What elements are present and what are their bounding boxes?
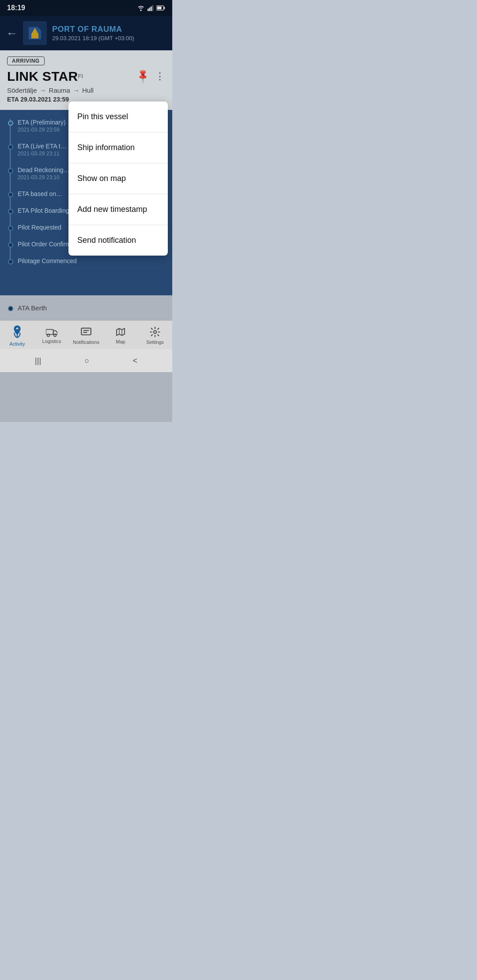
menu-item-add-timestamp[interactable]: Add new timestamp xyxy=(68,194,168,225)
context-menu: Pin this vessel Ship information Show on… xyxy=(68,102,168,256)
menu-item-send-notification[interactable]: Send notification xyxy=(68,225,168,256)
menu-item-show-map[interactable]: Show on map xyxy=(68,163,168,194)
menu-item-ship-info[interactable]: Ship information xyxy=(68,132,168,163)
menu-item-pin[interactable]: Pin this vessel xyxy=(68,102,168,132)
